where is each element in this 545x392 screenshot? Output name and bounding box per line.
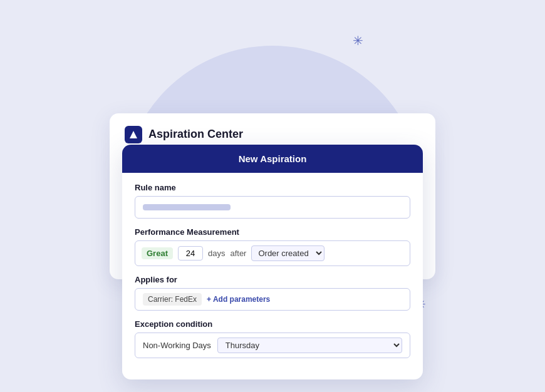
exception-row: Non-Working Days Thursday Monday Friday	[135, 333, 410, 358]
applies-group: Applies for Carrier: FedEx + Add paramet…	[135, 275, 410, 311]
performance-row: Great days after Order created Order shi…	[135, 240, 410, 266]
perf-days-input[interactable]	[178, 246, 203, 260]
applies-label: Applies for	[135, 275, 410, 284]
add-params-button[interactable]: + Add parameters	[207, 295, 270, 304]
perf-badge: Great	[142, 247, 173, 259]
applies-row: Carrier: FedEx + Add parameters	[135, 288, 410, 311]
star-icon-1: ✳	[353, 34, 363, 47]
perf-event-select[interactable]: Order created Order shipped	[251, 245, 324, 261]
performance-label: Performance Measurement	[135, 227, 410, 237]
perf-after-text: after	[230, 249, 246, 258]
carrier-tag: Carrier: FedEx	[143, 293, 202, 306]
card-header: Aspiration Center	[125, 126, 420, 143]
perf-days-text: days	[208, 249, 225, 258]
exception-group: Exception condition Non-Working Days Thu…	[135, 319, 410, 358]
exception-day-select[interactable]: Thursday Monday Friday	[217, 338, 402, 353]
rule-name-label: Rule name	[135, 183, 410, 192]
new-aspiration-card: New Aspiration Rule name Performance Mea…	[122, 145, 423, 379]
cards-stack: Aspiration Center Great 11 Good 2 Pass 1…	[110, 113, 435, 279]
form-body: Rule name Performance Measurement Great …	[122, 173, 423, 379]
non-working-days-label: Non-Working Days	[143, 341, 211, 350]
logo-icon	[130, 131, 137, 138]
card-logo	[125, 126, 142, 143]
exception-label: Exception condition	[135, 319, 410, 329]
performance-group: Performance Measurement Great days after…	[135, 227, 410, 266]
rule-name-placeholder-bar	[143, 204, 231, 210]
card-title: Aspiration Center	[148, 128, 243, 141]
rule-name-group: Rule name	[135, 183, 410, 219]
form-header-title: New Aspiration	[239, 153, 307, 164]
form-header: New Aspiration	[122, 145, 423, 173]
